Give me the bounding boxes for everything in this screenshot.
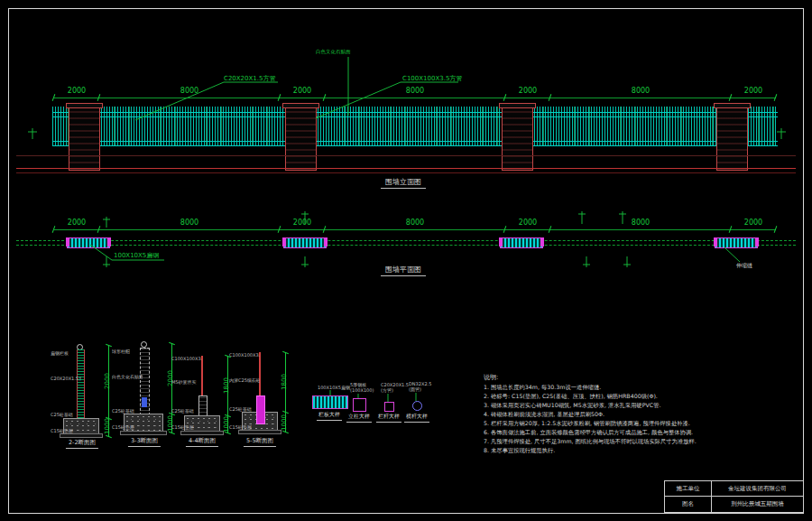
post-top-circle xyxy=(141,341,147,348)
rail-tube-callout: C20X20X1.5方管 xyxy=(224,74,275,83)
dimension-segment: 8000 xyxy=(99,87,280,98)
note-item: 8. 未尽事宜按现行规范执行. xyxy=(484,446,720,455)
detail-blinding-pad xyxy=(180,431,224,435)
pier-cap xyxy=(282,103,319,108)
dimension-text: 2000 xyxy=(744,219,762,227)
legend-picket-section xyxy=(384,402,394,412)
note-item: 2. 砼标号: C15(垫层), C25(基础、压顶、扶柱), 钢筋HRB400… xyxy=(484,392,720,401)
ground-line xyxy=(16,168,796,169)
fence-top-rail xyxy=(52,112,778,113)
dimension-segment: 2000 xyxy=(54,219,99,230)
detail-callout: C15砼垫层 xyxy=(229,424,252,430)
legend-title: 栏杆大样 xyxy=(376,413,401,423)
legend-title: 横杆大样 xyxy=(404,413,429,423)
detail-title: 5-5断面图 xyxy=(244,437,276,447)
detail-callout: 扁钢栏板 xyxy=(51,350,69,356)
detail-callout: C100X100X3.5方管 xyxy=(171,356,202,361)
dimension-text: 8000 xyxy=(632,219,650,227)
dimension-segment: 2000 xyxy=(280,219,325,230)
plan-wall-line-bottom xyxy=(16,245,796,246)
detail-dim-lower: 1000 xyxy=(104,418,111,434)
fence-bottom-rail xyxy=(52,141,778,142)
titleblock-label-contractor: 施工单位 xyxy=(665,481,712,497)
detail-title: 3-3断面图 xyxy=(128,437,161,447)
detail-blinding-pad xyxy=(60,433,103,438)
fence-pier xyxy=(502,107,533,171)
detail-callout: 内灌C25细石砼 xyxy=(229,377,260,383)
detail-post-embedded xyxy=(256,395,265,424)
general-notes: 说明: 1. 围墙总长度约34m, 每30.3m设一道伸缩缝. 2. 砼标号: … xyxy=(484,373,720,455)
plan-pier xyxy=(715,237,758,248)
plan-view-title: 围墙平面图 xyxy=(381,265,426,276)
detail-callout: 球形柱帽 xyxy=(112,349,130,354)
dimension-text: 2000 xyxy=(68,219,86,227)
detail-callout: C15砼垫层 xyxy=(51,428,73,433)
dim-tick xyxy=(106,435,112,438)
legend-post-section xyxy=(353,398,366,412)
detail-post xyxy=(201,356,203,395)
titleblock-value-drawing-name: 荆州比景城五期围墙 xyxy=(712,497,803,512)
dimension-text: 8000 xyxy=(406,87,424,95)
detail-blinding-pad xyxy=(120,431,167,435)
flat-steel-callout: 100X10X5扁钢 xyxy=(114,251,159,260)
plan-pier xyxy=(500,237,543,248)
dimension-text: 2000 xyxy=(744,87,762,95)
expansion-joint-callout: 伸缩缝 xyxy=(736,262,752,270)
section-detail-3: 1800 1000 C100X100X3.5方管 M5砂浆填实 C25砼基础 C… xyxy=(173,336,233,450)
ground-line-upper xyxy=(16,155,796,156)
dim-tick xyxy=(282,431,289,433)
detail-callout: C15砼垫层 xyxy=(171,424,194,430)
dimension-segment: 2000 xyxy=(731,219,776,230)
dimension-segment: 8000 xyxy=(550,219,731,230)
dimension-text: 8000 xyxy=(180,219,198,227)
detail-callout: M5砂浆填实 xyxy=(171,379,197,385)
detail-callout: C100X100X3.5方管 xyxy=(229,352,260,358)
note-item: 7. 凡预埋件焊接处, 尺寸不足3mm, 图纸比例与现场不符时以现场实际尺寸为准… xyxy=(484,437,720,446)
dimension-segment: 2000 xyxy=(280,87,325,98)
fence-pier xyxy=(285,107,317,171)
detail-title: 4-4断面图 xyxy=(186,437,218,447)
legend-callout: (100X100) xyxy=(350,387,374,393)
plan-wall-line-top xyxy=(16,240,796,241)
plan-pier xyxy=(283,237,327,248)
legend-rail-section xyxy=(312,395,348,409)
note-item: 3. 砌体采用页岩实心砖MU10砌筑, M5水泥砂浆, 泄水孔采用硬PVC管. xyxy=(484,401,720,410)
ground-line-lower xyxy=(16,172,796,173)
dimension-segment: 8000 xyxy=(99,219,280,230)
detail-post-insert xyxy=(142,397,147,407)
section-detail-1: 2000 1000 扁钢栏板 C20X20X1.5方管 C25砼基础 C15砼垫… xyxy=(52,340,114,450)
fence-top-rail-2 xyxy=(52,116,778,117)
post-tube-callout: C100X100X3.5方管 xyxy=(402,74,462,83)
dimension-segment: 2000 xyxy=(505,219,550,230)
dimension-text: 8000 xyxy=(406,219,424,227)
detail-callout: C15砼垫层 xyxy=(112,424,134,430)
dimension-text: 2000 xyxy=(293,87,311,95)
detail-dim-upper: 1800 xyxy=(281,374,288,390)
plan-pier xyxy=(67,237,110,248)
detail-title: 2-2断面图 xyxy=(66,439,98,449)
elevation-view-title: 围墙立面图 xyxy=(381,177,426,189)
plan-dimension-row: 2000 8000 2000 8000 2000 8000 2000 xyxy=(54,219,776,230)
note-item: 6. 各饰面做法施工前, 立面装修颜色需经甲方确认后方可成品施工, 颜色与整体协… xyxy=(484,428,720,437)
cap-finish-callout: 白色文化石贴面 xyxy=(316,49,351,55)
titleblock-value-contractor: 金坛建设集团有限公司 xyxy=(712,481,803,497)
legend-callout: (圆管) xyxy=(409,386,421,392)
pier-cap xyxy=(714,103,751,108)
fence-bottom-rail-2 xyxy=(52,145,778,146)
detail-dim-lower: 1000 xyxy=(281,414,288,431)
section-detail-4: 1800 1000 C100X100X3.5方管 内灌C25细石砼 C25砼基础… xyxy=(231,336,291,450)
note-item: 4. 砖砌体粉刷前须浇水湿润, 基层处理后刷50Φ. xyxy=(484,410,720,419)
detail-dim-upper: 2000 xyxy=(104,373,111,389)
fence-pier xyxy=(716,107,748,171)
dimension-segment: 8000 xyxy=(325,219,505,230)
title-block: 施工单位 金坛建设集团有限公司 图名 荆州比景城五期围墙 xyxy=(664,480,804,513)
legend-callout: 100X10X5扁钢 xyxy=(318,385,350,390)
dimension-text: 8000 xyxy=(180,87,198,95)
detail-callout: C25砼基础 xyxy=(112,408,134,414)
pier-cap xyxy=(66,103,103,108)
section-detail-2: 2000 1000 球形柱帽 白色文化石贴面 C25砼基础 C15砼垫层 3-3… xyxy=(114,336,177,450)
dimension-segment: 2000 xyxy=(731,87,776,98)
dimension-text: 8000 xyxy=(632,87,650,95)
legend-pipe-section xyxy=(412,401,422,411)
dimension-text: 2000 xyxy=(519,87,537,95)
